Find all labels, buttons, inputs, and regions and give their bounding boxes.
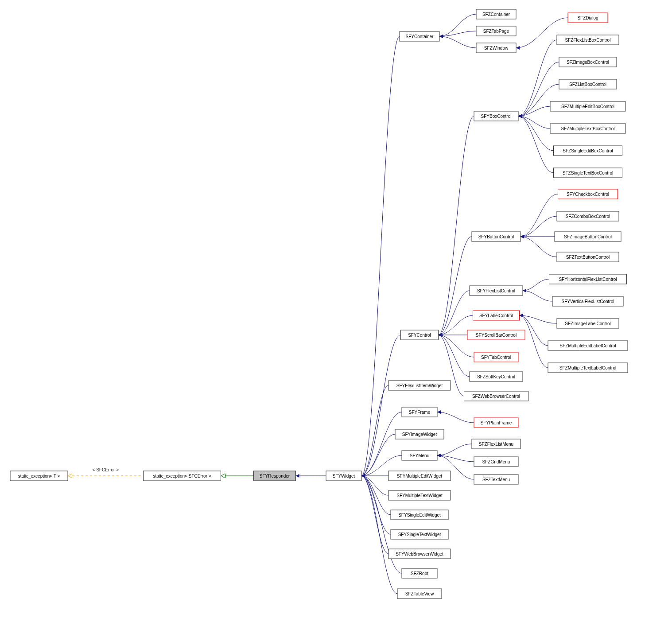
node-SFYContainer[interactable]: SFYContainer [400,31,439,41]
node-SFZMultipleTextLabelControl[interactable]: SFZMultipleTextLabelControl [548,363,628,373]
node-SFYImageWidget[interactable]: SFYImageWidget [395,429,444,439]
node-label: SFYBoxControl [481,114,512,119]
edge-SFYFlexListControl-SFYHorizontalFlexListControl [523,279,549,291]
node-label: SFYMenu [410,453,429,458]
inheritance-diagram: < SFCError > static_exception< T >static… [0,0,672,634]
node-SFZFlexListBoxControl[interactable]: SFZFlexListBoxControl [557,35,619,45]
node-label: SFYFrame [409,410,431,415]
node-SFZMultipleTextBoxControl[interactable]: SFZMultipleTextBoxControl [550,124,625,133]
node-SFYWebBrowserWidget[interactable]: SFYWebBrowserWidget [388,549,451,559]
node-label: SFZSoftKeyControl [477,374,515,379]
node-SFYFlexListControl[interactable]: SFYFlexListControl [470,286,523,296]
edge-SFYMenu-SFZGridMenu [437,455,474,462]
node-SFZSoftKeyControl[interactable]: SFZSoftKeyControl [470,372,523,381]
edge-SFYWidget-SFYSingleEditWidget [361,476,391,515]
node-label: SFZSingleTextBoxControl [563,171,614,175]
edge-label-sfcerror: < SFCError > [93,467,119,472]
node-label: SFYButtonControl [478,234,514,239]
node-SFZGridMenu[interactable]: SFZGridMenu [474,457,518,467]
node-SFYMenu[interactable]: SFYMenu [402,451,437,460]
edge-SFYControl-SFYBoxControl [439,116,474,335]
node-SFZContainer[interactable]: SFZContainer [476,9,516,19]
node-staticT[interactable]: static_exception< T > [10,471,68,481]
node-SFYWidget[interactable]: SFYWidget [326,471,361,481]
node-label: SFZMultipleTextBoxControl [561,126,614,131]
node-label: SFYWidget [333,474,355,478]
node-SFZImageLabelControl[interactable]: SFZImageLabelControl [557,319,619,328]
node-SFYButtonControl[interactable]: SFYButtonControl [472,232,521,241]
node-SFYLabelControl[interactable]: SFYLabelControl [473,311,520,320]
node-SFYSingleTextWidget[interactable]: SFYSingleTextWidget [391,529,448,539]
edge-SFYLabelControl-SFZMultipleTextLabelControl [520,315,548,368]
node-SFZListBoxControl[interactable]: SFZListBoxControl [559,79,617,89]
edge-SFYControl-SFYFlexListControl [439,291,470,335]
node-label: SFYCheckboxControl [567,192,609,197]
node-label: SFZWebBrowserControl [472,394,520,399]
edge-SFYButtonControl-SFZComboBoxControl [521,216,557,237]
node-SFZSingleTextBoxControl[interactable]: SFZSingleTextBoxControl [554,168,622,178]
node-label: SFZComboBoxControl [566,214,610,219]
node-label: SFZTabPage [483,29,509,34]
node-label: SFYControl [408,333,431,338]
node-SFZDialog[interactable]: SFZDialog [568,13,608,23]
node-staticSFC[interactable]: static_exception< SFCError > [144,471,221,481]
edge-SFYWidget-SFYControl [361,335,401,476]
node-SFZImageButtonControl[interactable]: SFZImageButtonControl [555,232,621,241]
node-label: SFYMultipleEditWidget [397,474,442,478]
node-SFZImageBoxControl[interactable]: SFZImageBoxControl [559,57,617,67]
node-SFZComboBoxControl[interactable]: SFZComboBoxControl [557,211,619,221]
edge-SFYContainer-SFZContainer [439,14,476,36]
node-label: SFYLabelControl [479,313,513,318]
node-SFYCheckboxControl[interactable]: SFYCheckboxControl [558,189,618,199]
edge-SFYFlexListControl-SFYVerticalFlexListControl [523,291,552,301]
node-label: SFZMultipleEditBoxControl [561,104,614,109]
node-SFYSingleEditWidget[interactable]: SFYSingleEditWidget [391,510,448,520]
node-label: SFYPlainFrame [481,420,512,425]
node-SFYBoxControl[interactable]: SFYBoxControl [474,111,518,121]
node-label: SFYVerticalFlexListControl [562,299,614,304]
node-SFZRoot[interactable]: SFZRoot [402,568,437,578]
node-SFZMultipleEditBoxControl[interactable]: SFZMultipleEditBoxControl [550,101,625,111]
node-label: SFZImageLabelControl [565,321,610,326]
node-SFYPlainFrame[interactable]: SFYPlainFrame [474,418,518,428]
node-SFYMultipleEditWidget[interactable]: SFYMultipleEditWidget [388,471,451,481]
edge-SFYWidget-SFYFlexListItemWidget [361,385,388,476]
node-label: SFZTableView [405,591,434,596]
node-label: SFYFlexListControl [477,288,515,293]
node-SFYScrollBarControl[interactable]: SFYScrollBarControl [467,330,525,340]
edge-SFYControl-SFYButtonControl [439,237,472,335]
node-SFYFrame[interactable]: SFYFrame [402,407,437,417]
node-label: static_exception< SFCError > [153,474,211,478]
node-label: SFYFlexListItemWidget [396,383,443,388]
node-SFZTableView[interactable]: SFZTableView [397,589,442,599]
node-SFZTextMenu[interactable]: SFZTextMenu [474,475,518,484]
node-SFZWebBrowserControl[interactable]: SFZWebBrowserControl [464,391,528,401]
node-label: SFZGridMenu [482,459,510,464]
edge-SFYControl-SFZSoftKeyControl [439,335,470,377]
node-SFYMultipleTextWidget[interactable]: SFYMultipleTextWidget [388,490,451,500]
node-SFZSingleEditBoxControl[interactable]: SFZSingleEditBoxControl [554,146,622,156]
node-SFYResponder[interactable]: SFYResponder [254,471,296,481]
edge-SFYBoxControl-SFZSingleEditBoxControl [518,116,554,151]
node-label: SFZMultipleEditLabelControl [559,343,616,348]
edge-SFYFrame-SFYPlainFrame [437,412,474,423]
node-SFYVerticalFlexListControl[interactable]: SFYVerticalFlexListControl [552,296,623,306]
node-SFYTabControl[interactable]: SFYTabControl [474,352,518,362]
node-SFYControl[interactable]: SFYControl [401,330,439,340]
node-SFZWindow[interactable]: SFZWindow [476,43,516,53]
edge-SFYMenu-SFZFlexListMenu [437,444,472,455]
node-label: SFZRoot [411,571,428,576]
edge-SFYWidget-SFYImageWidget [361,434,395,476]
node-label: SFYMultipleTextWidget [396,493,443,498]
node-label: SFYHorizontalFlexListControl [559,277,617,282]
edge-SFYBoxControl-SFZMultipleTextBoxControl [518,116,550,128]
node-label: SFYSingleTextWidget [398,532,441,537]
node-SFYFlexListItemWidget[interactable]: SFYFlexListItemWidget [388,381,451,390]
node-SFZTabPage[interactable]: SFZTabPage [476,26,516,36]
node-SFZMultipleEditLabelControl[interactable]: SFZMultipleEditLabelControl [548,341,628,350]
node-SFYHorizontalFlexListControl[interactable]: SFYHorizontalFlexListControl [549,274,627,284]
node-label: SFZContainer [482,12,510,17]
node-SFZFlexListMenu[interactable]: SFZFlexListMenu [472,439,521,449]
node-label: SFYContainer [406,34,434,39]
node-SFZTextButtonControl[interactable]: SFZTextButtonControl [557,252,619,262]
